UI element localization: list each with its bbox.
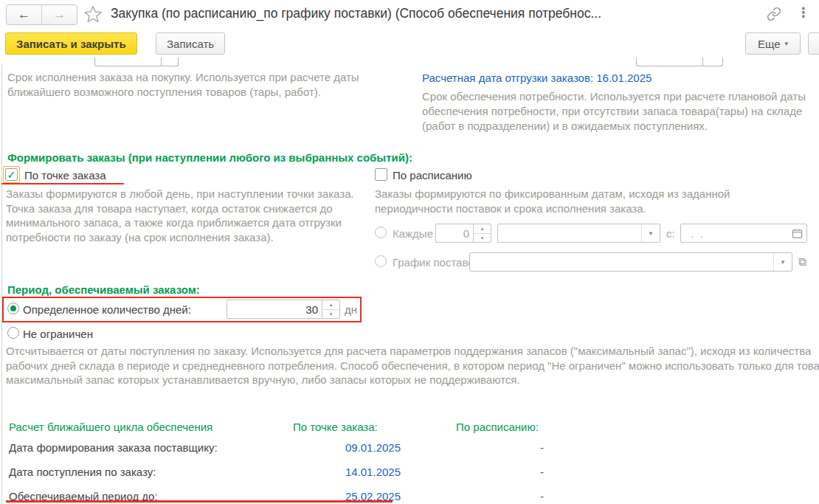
supply-schedule-select[interactable]: ▼ bbox=[469, 252, 792, 272]
schedule-checkbox[interactable] bbox=[375, 168, 387, 181]
from-date-label: с: bbox=[666, 227, 675, 240]
more-button[interactable]: Еще ▾ bbox=[745, 32, 801, 55]
truncated-number-field[interactable] bbox=[94, 58, 179, 66]
help-button-truncated[interactable] bbox=[808, 32, 819, 55]
open-window-icon: ⧉ bbox=[798, 255, 806, 268]
fixed-days-label[interactable]: Определенное количество дней: bbox=[23, 303, 191, 316]
annotation-underline-period-until bbox=[6, 500, 393, 503]
link-icon bbox=[767, 7, 781, 21]
supply-schedule-value[interactable] bbox=[470, 253, 773, 271]
annotation-underline-order-point bbox=[1, 183, 124, 184]
schedule-description: Заказы формируются по фиксированным дата… bbox=[375, 187, 792, 215]
fixed-days-input[interactable] bbox=[227, 300, 322, 318]
fixed-days-stepper[interactable]: ▴ ▾ bbox=[227, 300, 340, 319]
fixed-days-radio[interactable] bbox=[7, 303, 19, 314]
calendar-button[interactable] bbox=[788, 224, 806, 242]
cycle-row-schedule-value: - bbox=[456, 490, 544, 503]
order-point-checkbox-focus-ring: ✓ bbox=[3, 166, 20, 183]
save-and-close-button[interactable]: Записать и закрыть bbox=[5, 32, 137, 55]
check-icon: ✓ bbox=[7, 169, 16, 180]
truncated-number-field[interactable] bbox=[636, 58, 723, 66]
every-days-stepper[interactable]: ▴ ▾ bbox=[435, 224, 491, 243]
every-radio[interactable] bbox=[375, 227, 387, 238]
nav-history-group: ← → bbox=[6, 4, 77, 25]
spin-down-icon[interactable]: ▾ bbox=[322, 310, 339, 319]
open-schedule-button[interactable]: ⧉ bbox=[798, 255, 806, 269]
from-date-input[interactable] bbox=[681, 224, 788, 242]
form-left-border bbox=[1, 64, 2, 504]
combo-arrow-icon[interactable]: ▼ bbox=[641, 224, 660, 242]
days-unit-label: дн bbox=[345, 303, 357, 316]
window-title: Закупка (по расписанию_по графику постав… bbox=[111, 6, 760, 21]
cycle-col-schedule: По расписанию: bbox=[456, 421, 539, 433]
spinner[interactable]: ▴ ▾ bbox=[322, 300, 339, 318]
save-and-close-label: Записать и закрыть bbox=[16, 38, 126, 50]
unlimited-radio[interactable] bbox=[7, 327, 19, 339]
kebab-icon: ⋮ bbox=[797, 5, 810, 20]
fulfillment-term-description: Срок обеспечения потребности. Использует… bbox=[422, 89, 819, 134]
cycle-col-order-point: По точке заказа: bbox=[293, 421, 378, 433]
spin-up-icon[interactable]: ▴ bbox=[322, 300, 339, 310]
cycle-row-label: Дата формирования заказа поставщику: bbox=[9, 441, 218, 454]
forward-icon: → bbox=[53, 7, 66, 22]
combo-arrow-icon[interactable]: ▼ bbox=[773, 253, 792, 271]
order-point-checkbox[interactable]: ✓ bbox=[5, 168, 18, 181]
get-link-button[interactable] bbox=[767, 7, 781, 21]
every-label: Каждые bbox=[393, 227, 433, 240]
star-icon bbox=[83, 4, 103, 24]
period-description: Отсчитывается от даты поступления по зак… bbox=[6, 344, 819, 387]
favorite-star-button[interactable] bbox=[83, 4, 103, 24]
spinner[interactable]: ▴ ▾ bbox=[473, 224, 491, 242]
spin-up-icon[interactable]: ▴ bbox=[474, 224, 491, 234]
every-period-select[interactable]: ▼ bbox=[497, 224, 660, 243]
every-period-value[interactable] bbox=[498, 224, 641, 242]
events-section-header: Формировать заказы (при наступлении любо… bbox=[7, 151, 412, 164]
cycle-row-order-point-value: 09.01.2025 bbox=[293, 441, 401, 454]
order-point-description: Заказы формируются в любой день, при нас… bbox=[6, 187, 379, 244]
order-point-label[interactable]: По точке заказа bbox=[24, 169, 106, 182]
forward-button[interactable]: → bbox=[41, 5, 77, 24]
supply-schedule-radio[interactable] bbox=[375, 255, 387, 267]
more-label: Еще bbox=[758, 38, 781, 50]
cycle-row-schedule-value: - bbox=[456, 441, 544, 454]
save-label: Записать bbox=[167, 38, 214, 50]
cycle-row-schedule-value: - bbox=[456, 466, 544, 478]
kebab-menu-button[interactable]: ⋮ bbox=[797, 4, 810, 21]
every-days-input[interactable] bbox=[436, 224, 473, 242]
from-date-field[interactable] bbox=[680, 224, 807, 243]
chevron-down-icon: ▾ bbox=[785, 40, 789, 47]
lead-time-description: Срок исполнения заказа на покупку. Испол… bbox=[7, 70, 412, 100]
schedule-label[interactable]: По расписанию bbox=[393, 169, 472, 182]
radio-dot bbox=[10, 305, 16, 311]
estimated-shipment-date-link[interactable]: Расчетная дата отгрузки заказов: 16.01.2… bbox=[422, 72, 652, 84]
period-section-header: Период, обеспечиваемый заказом: bbox=[7, 283, 200, 296]
cycle-row-order-point-value: 14.01.2025 bbox=[293, 466, 401, 478]
back-button[interactable]: ← bbox=[7, 5, 41, 24]
unlimited-label[interactable]: Не ограничен bbox=[23, 328, 93, 340]
cycle-row-label: Дата поступления по заказу: bbox=[9, 466, 156, 478]
back-icon: ← bbox=[18, 7, 30, 22]
cycle-table-title: Расчет ближайшего цикла обеспечения bbox=[9, 421, 212, 433]
calendar-icon bbox=[792, 228, 803, 239]
save-button[interactable]: Записать bbox=[156, 32, 225, 55]
spin-down-icon[interactable]: ▾ bbox=[474, 234, 491, 243]
